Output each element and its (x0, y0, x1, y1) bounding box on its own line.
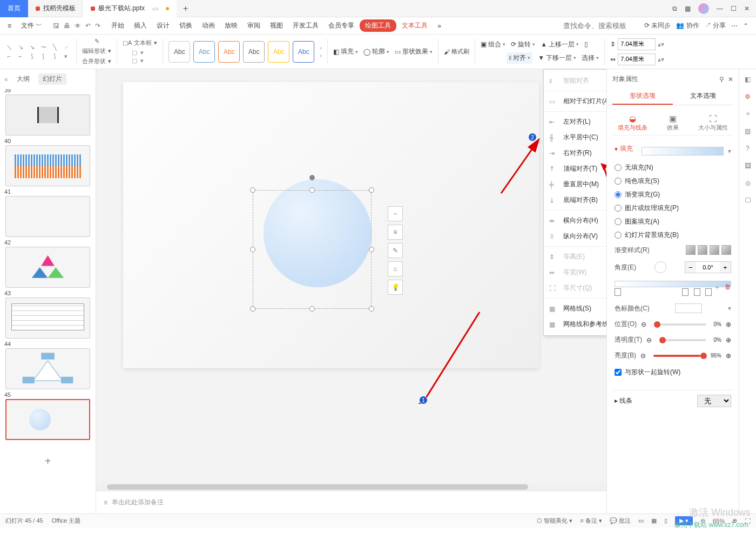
save-icon[interactable]: 🖫 (53, 22, 59, 30)
menu-view[interactable]: 视图 (266, 19, 287, 32)
stop-color-picker[interactable] (675, 303, 702, 313)
fill-button[interactable]: ◧ 填充▾ (333, 47, 358, 56)
line-section-toggle[interactable]: ▸ 线条 (615, 396, 632, 405)
rside-image-icon[interactable]: 🖼 (745, 162, 751, 170)
tab-menu-icon[interactable]: ▭ (152, 5, 158, 12)
menu-design[interactable]: 设计 (152, 19, 174, 32)
shape-styles-gallery[interactable]: Abc Abc Abc Abc Abc Abc (168, 41, 314, 63)
selected-shape[interactable] (253, 190, 372, 309)
undo-icon[interactable]: ↶ (85, 22, 91, 30)
float-layers-icon[interactable]: ≡ (388, 225, 403, 240)
close-button[interactable]: ✕ (744, 5, 750, 12)
fit-icon[interactable]: ⛶ (745, 518, 751, 524)
thumbnail-39[interactable] (5, 94, 90, 136)
send-backward-button[interactable]: ▼ 下移一层▾ (538, 53, 576, 63)
view-normal-icon[interactable]: ▭ (638, 517, 644, 524)
avatar[interactable] (698, 3, 709, 14)
tab-home[interactable]: 首页 (0, 0, 28, 17)
new-tab-button[interactable]: + (177, 4, 194, 13)
outline-button[interactable]: ◯ 轮廓▾ (363, 47, 389, 56)
effect-button[interactable]: ▭ 形状效果▾ (395, 47, 433, 56)
angle-input[interactable]: −+ (685, 261, 731, 273)
thumbs-collapse-icon[interactable]: « (4, 76, 8, 83)
gradient-stops[interactable]: ＋ 🗑 (615, 281, 731, 296)
view-reading-icon[interactable]: ▯ (664, 517, 667, 524)
menu-transition[interactable]: 切换 (175, 19, 197, 32)
spinner-icon[interactable]: ▴▾ (658, 40, 664, 48)
menu-draw-tools[interactable]: 绘图工具 (360, 19, 396, 32)
sync-button[interactable]: ⟳ 未同步 (644, 21, 671, 30)
style-preset-4[interactable]: Abc (243, 41, 265, 63)
layout1-icon[interactable]: ⧉ (672, 5, 677, 12)
fill-preview[interactable] (642, 147, 724, 156)
menu-review[interactable]: 审阅 (243, 19, 265, 32)
fill-gradient-radio[interactable]: 渐变填充(G) (615, 188, 731, 201)
float-pen-icon[interactable]: ✎ (388, 243, 403, 258)
menu-animation[interactable]: 动画 (198, 19, 219, 32)
rotate-button[interactable]: ⟳ 旋转▾ (511, 40, 535, 49)
slide-canvas[interactable]: − ≡ ✎ ⌂ 💡 ⫴智能对齐 ▭相对于幻灯片(A)▸ ⇤左对齐(L) ╫水平居… (96, 69, 606, 513)
fill-none-radio[interactable]: 无填充(N) (615, 161, 731, 174)
position-slider[interactable] (654, 323, 706, 326)
width-input[interactable] (618, 53, 656, 65)
style-preset-2[interactable]: Abc (193, 41, 215, 63)
menubar-more-icon[interactable]: ⋯ (731, 22, 738, 30)
menu-hamburger-icon[interactable]: ≡ (3, 20, 16, 32)
menubar-collapse-icon[interactable]: ⌃ (743, 22, 748, 30)
distribute-h-item[interactable]: ⇹横向分布(H) (544, 213, 606, 228)
effects-tab[interactable]: ▣效果 (653, 111, 693, 135)
print-icon[interactable]: 🖶 (64, 22, 70, 30)
style-preset-3[interactable]: Abc (218, 41, 240, 63)
resize-handle[interactable] (250, 187, 255, 193)
menu-overflow[interactable]: » (433, 20, 446, 32)
format-painter-button[interactable]: 🖌 格式刷 (444, 48, 469, 56)
fill-solid-radio[interactable]: 纯色填充(S) (615, 174, 731, 188)
selection-pane-button[interactable]: ▯ (584, 40, 588, 48)
view-sorter-icon[interactable]: ▦ (651, 517, 657, 524)
align-button[interactable]: ⫴ 对齐▾ (507, 52, 532, 64)
float-home-icon[interactable]: ⌂ (388, 261, 403, 276)
styles-nav[interactable]: ‹› (320, 44, 322, 59)
share-button[interactable]: ↗ 分享 (705, 21, 726, 30)
group-button[interactable]: ▣ 组合▾ (481, 40, 505, 49)
height-input[interactable] (618, 38, 656, 50)
play-button[interactable]: ▶ ▾ (675, 516, 693, 525)
style-preset-5[interactable]: Abc (268, 41, 289, 63)
fill-line-tab[interactable]: ◒填充与线条 (612, 111, 653, 135)
pos-dec-icon[interactable]: ⊖ (641, 321, 646, 328)
style-preset-6[interactable]: Abc (293, 41, 314, 63)
smart-align-item[interactable]: ⫴智能对齐 (544, 73, 606, 89)
relative-to-slide-item[interactable]: ▭相对于幻灯片(A)▸ (544, 93, 606, 109)
fill-slidebg-radio[interactable]: 幻灯片背景填充(B) (615, 228, 731, 242)
rside-settings-icon[interactable]: ⚙ (745, 93, 751, 100)
redo-icon[interactable]: ↷ (95, 22, 100, 30)
add-stop-icon[interactable]: ＋ (714, 283, 720, 292)
horizontal-scrollbar[interactable] (96, 483, 606, 491)
comments-toggle[interactable]: 💬 批注 (610, 517, 631, 525)
slide[interactable]: − ≡ ✎ ⌂ 💡 (123, 82, 539, 368)
text-options-tab[interactable]: 文本选项 (673, 88, 733, 105)
menu-file[interactable]: 文件 ﹀ (17, 19, 46, 32)
rside-gallery-icon[interactable]: ▧ (745, 127, 751, 135)
pin-icon[interactable]: ⚲ (719, 76, 724, 83)
align-hcenter-item[interactable]: ╫水平居中(C) (544, 130, 606, 145)
menu-start[interactable]: 开始 (107, 19, 129, 32)
thumbnail-43[interactable] (5, 298, 90, 339)
preview-icon[interactable]: 👁 (75, 22, 81, 30)
thumbnail-41[interactable] (5, 196, 90, 237)
align-right-item[interactable]: ⇥右对齐(R) (544, 145, 606, 161)
style-preset-1[interactable]: Abc (168, 41, 190, 63)
maximize-button[interactable]: ☐ (731, 5, 737, 12)
fill-pattern-radio[interactable]: 图案填充(A) (615, 215, 731, 228)
thumbnail-45[interactable] (5, 399, 90, 440)
coop-button[interactable]: 👥 协作 (676, 21, 699, 30)
menu-member[interactable]: 会员专享 (324, 19, 359, 32)
slides-tab[interactable]: 幻灯片 (38, 73, 66, 85)
rside-help-icon[interactable]: ? (746, 145, 750, 152)
notes-toggle[interactable]: ≡ 备注 ▾ (580, 517, 602, 525)
beautify-button[interactable]: ⬡ 智能美化 ▾ (537, 517, 572, 525)
menu-dev[interactable]: 开发工具 (288, 19, 323, 32)
align-bottom-item[interactable]: ⤓底端对齐(B) (544, 192, 606, 208)
zoom-in-icon[interactable]: ⊕ (732, 517, 737, 524)
tab-document[interactable]: 极光下载站.pptx▭ (83, 0, 177, 17)
